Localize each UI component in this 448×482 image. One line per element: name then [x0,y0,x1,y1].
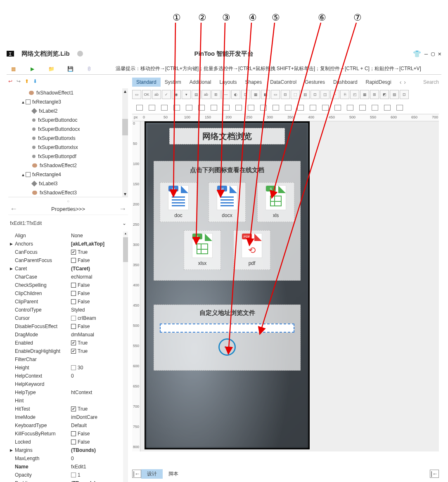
property-row[interactable]: ImeModeimDontCare [8,413,128,421]
palette-item[interactable]: ab [152,90,161,99]
align-tool[interactable] [372,105,378,111]
redo-icon[interactable]: ↪ [17,78,21,84]
palette-item[interactable]: ✓ [162,90,171,99]
palette-item[interactable]: ab [201,90,211,99]
tree-scrollbar[interactable]: ▴ ▾ [122,88,128,197]
palette-item[interactable]: OK [142,90,151,99]
align-tool[interactable] [384,105,391,111]
window-maximize[interactable]: ▢ [431,50,434,57]
align-tool[interactable] [322,105,329,111]
align-tool[interactable] [186,105,192,111]
component-tree[interactable]: fxShadowEffect1▲fxRectangle3fxLabel2fxSu… [8,88,128,197]
tab-script[interactable]: 脚本 [163,469,184,479]
align-tool[interactable] [149,105,155,111]
new-button[interactable]: ▦ [8,64,18,73]
palette-item[interactable]: ▭ [271,90,280,99]
property-row[interactable]: KeyboardTypeDefault [8,421,128,430]
palette-item[interactable]: ▾ [182,90,191,99]
tab-shapes[interactable]: Shapes [241,78,266,87]
palette-item[interactable]: ⊡ [241,90,250,99]
property-row[interactable]: HitTest✔True [8,405,128,413]
align-tool[interactable] [396,105,403,111]
property-row[interactable]: HelpTypehtContext [8,388,128,397]
palette-item[interactable]: ⊡ [311,90,320,99]
palette-item[interactable]: ◐ [231,90,240,99]
palette-item[interactable]: ◫ [320,90,329,99]
align-tool[interactable] [273,105,279,111]
property-row[interactable]: CursorcrIBeam [8,314,128,322]
property-row[interactable]: ControlTypeStyled [8,306,128,314]
window-close[interactable]: ✕ [438,50,441,57]
up-icon[interactable]: ⬆ [25,78,29,84]
align-tool[interactable] [211,105,217,111]
property-row[interactable]: Enabled✔True [8,339,128,347]
save-button[interactable]: 💾 [65,64,75,73]
tab-system[interactable]: System [161,78,185,87]
property-row[interactable]: CharCaseecNormal [8,273,128,281]
palette-item[interactable]: ↔ [330,90,339,99]
collapse-right-icon[interactable]: |← [430,470,439,478]
tab-layouts[interactable]: Layouts [215,78,241,87]
palette-item[interactable]: ◰ [350,90,359,99]
tree-item[interactable]: ▲fxRectangle4 [8,170,128,179]
tree-item[interactable]: fxSuperButtondocx [8,125,128,134]
property-row[interactable]: HelpContext0 [8,372,128,380]
property-grid[interactable]: AlignNone▶Anchors[akLeft,akTop]CanFocus✔… [8,232,128,482]
tree-item[interactable]: fxLabel3 [8,179,128,188]
collapse-left-icon[interactable]: |← [132,470,141,478]
close-file-icon[interactable] [77,51,83,57]
palette-item[interactable]: ▭ [132,90,141,99]
align-tool[interactable] [198,105,205,111]
property-row[interactable]: CanFocus✔True [8,248,128,256]
file-button-docx[interactable]: Wdocx [209,182,246,222]
palette-item[interactable]: — [221,90,230,99]
property-row[interactable]: ▶Margins(TBounds) [8,446,128,454]
palette-item[interactable]: ◧ [261,90,270,99]
window-minimize[interactable]: — [424,50,428,57]
property-row[interactable]: Hint [8,397,128,405]
go-button[interactable]: → [218,338,236,356]
align-tool[interactable] [173,105,180,111]
theme-icon[interactable]: 👕 [413,50,421,58]
palette-item[interactable]: ▥ [301,90,310,99]
property-row[interactable]: ClipParentFalse [8,298,128,306]
icons-panel[interactable]: 点击下列图标查看在线文档 WdocWdocxSxls SxlsxPDF⟲pdf [154,161,301,281]
property-row[interactable]: ▶Padding(TBounds) [8,479,128,482]
tab-dashboard[interactable]: Dashboard [329,78,362,87]
chevron-down-icon[interactable]: ⌄ [122,220,126,226]
open-button[interactable]: 📁 [46,64,56,73]
property-row[interactable]: HelpKeyword [8,380,128,388]
prop-nav-label[interactable]: Properties>>> [51,206,85,212]
tree-item[interactable]: fxSuperButtonpdf [8,152,128,161]
align-tool[interactable] [347,105,353,111]
file-button-doc[interactable]: Wdoc [160,182,197,222]
align-tool[interactable] [248,105,254,111]
palette-item[interactable]: ⊞ [370,90,379,99]
property-row[interactable]: CanParentFocusFalse [8,256,128,265]
tab-standard[interactable]: Standard [132,78,161,87]
tree-item[interactable]: fxLabel2 [8,106,128,116]
property-row[interactable]: NamefxEdit1 [8,463,128,471]
prop-next-icon[interactable]: → [119,205,126,213]
tab-next-icon[interactable]: › [404,79,406,85]
property-row[interactable]: ▶Caret(TCaret) [8,265,128,273]
design-canvas[interactable]: 网络文档浏览 点击下列图标查看在线文档 WdocWdocxSxls SxlsxP… [140,121,439,451]
property-row[interactable]: Height30 [8,364,128,372]
palette-item[interactable]: ⊟ [281,90,290,99]
property-row[interactable]: DisableFocusEffectFalse [8,322,128,331]
palette-item[interactable]: ⊞ [211,90,220,99]
palette-item[interactable]: ▦ [360,90,369,99]
property-row[interactable]: KillFocusByReturnFalse [8,430,128,438]
property-row[interactable]: DragModedmManual [8,331,128,339]
tab-additional[interactable]: Additional [185,78,216,87]
prop-prev-icon[interactable]: ← [10,205,17,213]
tab-search-input[interactable]: Search [423,79,439,85]
tree-item[interactable]: fxSuperButtonxls [8,134,128,143]
tree-item[interactable]: fxShadowEffect1 [8,88,128,97]
align-tool[interactable] [285,105,292,111]
property-row[interactable]: ▶Anchors[akLeft,akTop] [8,240,128,248]
app-heading[interactable]: 网络文档浏览 [169,128,285,144]
palette-item[interactable]: ⬚ [291,90,300,99]
property-row[interactable]: CheckSpellingFalse [8,281,128,289]
property-row[interactable]: Opacity1 [8,471,128,479]
